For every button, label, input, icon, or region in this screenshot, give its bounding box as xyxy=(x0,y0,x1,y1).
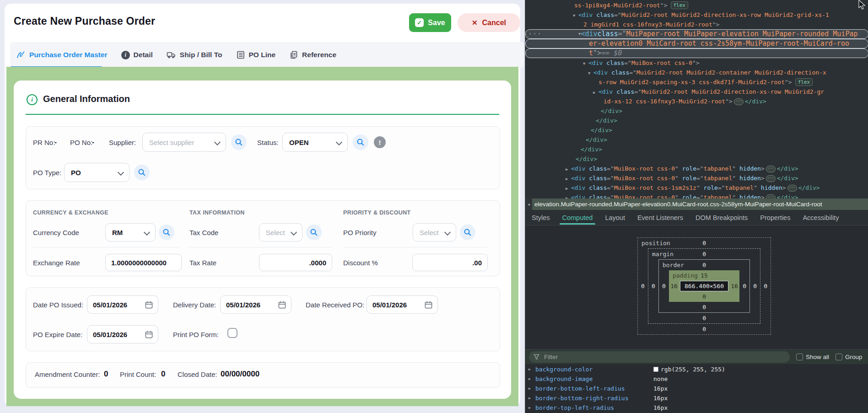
computed-properties-list: ▶background-colorrgb(255, 255, 255)▶back… xyxy=(525,365,868,413)
search-icon xyxy=(235,138,243,146)
tree-ellipsis-icon[interactable]: ··· xyxy=(766,175,776,182)
amendment-counter-label: Amendment Counter: xyxy=(35,370,100,378)
devtools-tree-line[interactable]: </div> xyxy=(525,106,868,116)
currency-code-select[interactable]: RM xyxy=(105,223,156,241)
po-type-select[interactable]: PO xyxy=(64,163,129,182)
devtools-tree-line[interactable]: ▶<div class="MuiBox-root css-1sm2s1z" ro… xyxy=(525,183,868,193)
cancel-button[interactable]: ✕ Cancel xyxy=(458,13,520,32)
property-expand-arrow-icon[interactable]: ▶ xyxy=(525,365,535,374)
property-expand-arrow-icon[interactable]: ▶ xyxy=(525,384,535,393)
pr-no-value: - xyxy=(54,138,57,146)
tree-expand-arrow-icon[interactable]: ▶ xyxy=(566,184,571,193)
devtools-tree-line[interactable]: ▶<div class="MuiGrid2-root MuiGrid2-dire… xyxy=(525,87,868,97)
computed-property-row[interactable]: ▶border-top-left-radius16px xyxy=(525,403,868,413)
devtools-tree-line[interactable]: ▶<div class="MuiBox-root css-0" role="ta… xyxy=(525,193,868,198)
supplier-select[interactable]: Select supplier xyxy=(142,133,226,152)
devtools-tab-accessibility[interactable]: Accessibility xyxy=(803,210,839,225)
discount-input[interactable]: .00 xyxy=(412,254,488,271)
status-select[interactable]: OPEN xyxy=(282,133,348,152)
devtools-tree-line[interactable]: </div> xyxy=(525,116,868,125)
exclamation-icon[interactable]: ! xyxy=(374,136,386,148)
tree-expand-arrow-icon[interactable]: ▶ xyxy=(566,193,571,198)
devtools-tree-line[interactable]: </div> xyxy=(525,135,868,145)
devtools-tree-line[interactable]: t"> == $0 xyxy=(525,48,868,58)
devtools-tree-line[interactable]: ▶<div class="MuiBox-root css-0" role="ta… xyxy=(525,164,868,173)
devtools-tab-layout[interactable]: Layout xyxy=(605,210,625,225)
devtools-tree-line[interactable]: </div> xyxy=(525,125,868,135)
tax-rate-input[interactable]: .0000 xyxy=(259,254,332,271)
devtools-tree-line[interactable]: ▼<div class="MuiBox-root css-0"> xyxy=(525,58,868,68)
tree-text: <div xyxy=(571,194,585,198)
devtools-tree-line[interactable]: er-elevation0 MuiCard-root css-2s58ym-Mu… xyxy=(525,39,868,48)
devtools-tab-event-listeners[interactable]: Event Listeners xyxy=(637,210,683,225)
filter-field[interactable] xyxy=(529,351,790,363)
po-expire-date-input[interactable]: 05/01/2026 xyxy=(87,325,158,343)
computed-property-row[interactable]: ▶border-bottom-left-radius16px xyxy=(525,384,868,393)
tree-expand-arrow-icon[interactable]: ▶ xyxy=(593,88,598,97)
property-expand-arrow-icon[interactable]: ▶ xyxy=(525,393,535,403)
filter-input[interactable] xyxy=(543,353,765,361)
date-po-issued-input[interactable]: 05/01/2026 xyxy=(87,295,158,314)
left-arrow-icon[interactable]: ◂ xyxy=(525,198,532,210)
devtools-tree-line[interactable]: ▼<div class="MuiGrid2-root MuiGrid2-dire… xyxy=(525,10,868,20)
currency-search-button[interactable] xyxy=(159,225,174,240)
border-bottom: 0 xyxy=(702,304,706,311)
tree-expand-arrow-icon[interactable]: ▼ xyxy=(573,11,578,21)
show-all-label: Show all xyxy=(806,354,829,360)
devtools-tree-line[interactable]: ss-1pi8xg4-MuiGrid2-root">flex xyxy=(525,0,868,10)
tree-text: "> xyxy=(593,48,601,58)
tab-po-line[interactable]: PO Line xyxy=(236,50,276,59)
devtools-tree-line[interactable]: </div> xyxy=(525,145,868,154)
devtools-tree-line[interactable]: ▼<div class="MuiGrid2-root MuiGrid2-cont… xyxy=(525,68,868,77)
date-po-issued-label: Date PO Issued: xyxy=(33,301,83,309)
devtools-breadcrumb-bar[interactable]: ◂ elevation.MuiPaper-rounded.MuiPaper-el… xyxy=(525,198,868,210)
tree-expand-arrow-icon[interactable]: ▶ xyxy=(566,165,571,174)
exchange-rate-input[interactable]: 1.0000000000000 xyxy=(105,254,182,271)
po-type-search-button[interactable] xyxy=(134,165,150,180)
devtools-tree-line[interactable]: ···▼<div class="MuiPaper-root MuiPaper-e… xyxy=(525,29,868,39)
supplier-search-button[interactable] xyxy=(231,134,247,150)
group-checkbox[interactable] xyxy=(836,354,842,360)
tree-ellipsis-icon[interactable]: ··· xyxy=(787,185,797,192)
currency-code-label: Currency Code xyxy=(33,229,79,236)
tree-ellipsis-icon[interactable]: ··· xyxy=(766,166,776,172)
devtools-tree-line[interactable]: id-xs-12 css-16fnxy3-MuiGrid2-root">···<… xyxy=(525,97,868,106)
tree-ellipsis-icon[interactable]: ··· xyxy=(734,98,744,105)
tab-detail[interactable]: i Detail xyxy=(121,51,153,59)
computed-property-row[interactable]: ▶background-colorrgb(255, 255, 255) xyxy=(525,365,868,374)
po-priority-search-button[interactable] xyxy=(460,225,475,240)
tree-expand-arrow-icon[interactable]: ▼ xyxy=(583,59,588,69)
tree-expand-arrow-icon[interactable]: ▶ xyxy=(566,174,571,184)
property-expand-arrow-icon[interactable]: ▶ xyxy=(525,374,535,384)
devtools-tab-computed[interactable]: Computed xyxy=(562,210,593,225)
date-received-po-input[interactable]: 05/01/2026 xyxy=(367,295,438,314)
property-expand-arrow-icon[interactable]: ▶ xyxy=(525,403,535,413)
devtools-tree-line[interactable]: ▶<div class="MuiBox-root css-0" role="ta… xyxy=(525,173,868,183)
show-all-checkbox[interactable] xyxy=(796,354,803,360)
delivery-date-input[interactable]: 05/01/2026 xyxy=(220,295,291,314)
tree-text: == $0 xyxy=(601,48,622,58)
devtools-elements-tree[interactable]: ss-1pi8xg4-MuiGrid2-root">flex▼<div clas… xyxy=(525,0,868,198)
search-icon xyxy=(356,138,365,146)
tree-expand-arrow-icon[interactable]: ▼ xyxy=(588,69,593,78)
print-po-form-checkbox[interactable] xyxy=(227,328,237,338)
tab-reference[interactable]: Reference xyxy=(289,50,336,59)
save-button[interactable]: ✓ Save xyxy=(409,13,451,32)
tax-code-select[interactable]: Select xyxy=(259,223,302,241)
computed-property-row[interactable]: ▶background-imagenone xyxy=(525,374,868,384)
devtools-tab-properties[interactable]: Properties xyxy=(760,210,790,225)
devtools-tree-line[interactable]: s-row MuiGrid2-spacing-xs-3 css-dkd71f-M… xyxy=(525,77,868,87)
status-search-button[interactable] xyxy=(353,134,368,150)
devtools-tree-line[interactable]: </div> xyxy=(525,154,868,164)
tree-ellipsis-icon[interactable]: ··· xyxy=(766,194,776,198)
po-priority-select[interactable]: Select xyxy=(413,223,456,241)
tab-purchase-order-master[interactable]: Purchase Order Master xyxy=(16,50,108,59)
devtools-tab-styles[interactable]: Styles xyxy=(532,210,550,225)
tree-text: " xyxy=(675,194,682,198)
devtools-tab-dom-breakpoints[interactable]: DOM Breakpoints xyxy=(695,210,748,225)
breadcrumb[interactable]: elevation.MuiPaper-rounded.MuiPaper-elev… xyxy=(534,201,822,208)
computed-property-row[interactable]: ▶border-bottom-right-radius16px xyxy=(525,393,868,403)
devtools-tree-line[interactable]: 2 imgGird1 css-16fnxy3-MuiGrid2-root"> xyxy=(525,20,868,29)
tax-code-search-button[interactable] xyxy=(306,225,322,240)
tab-ship-bill-to[interactable]: Ship / Bill To xyxy=(167,50,222,59)
